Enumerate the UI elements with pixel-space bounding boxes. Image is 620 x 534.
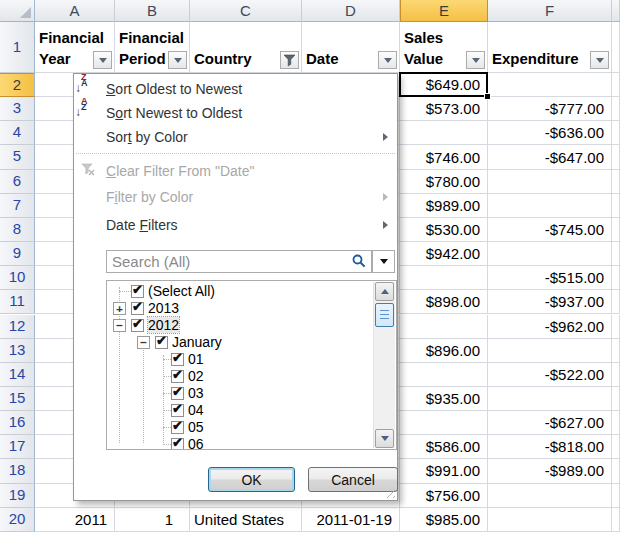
- cell-F5[interactable]: -$647.00: [488, 145, 612, 169]
- cell-g19[interactable]: [612, 484, 620, 508]
- filter-dropdown-button-E[interactable]: [466, 51, 485, 69]
- collapse-minus-icon[interactable]: −: [113, 319, 126, 332]
- filter-dropdown-button-D[interactable]: [378, 51, 397, 69]
- cell-F13[interactable]: [488, 339, 612, 363]
- row-header-4[interactable]: 4: [0, 121, 35, 145]
- expand-plus-icon[interactable]: +: [113, 302, 126, 315]
- row-header-2[interactable]: 2: [0, 73, 35, 97]
- row-header-8[interactable]: 8: [0, 218, 35, 242]
- checkbox-2013[interactable]: ✔: [131, 302, 144, 315]
- checkbox-select-all[interactable]: ✔: [131, 285, 144, 298]
- cell-g8[interactable]: [612, 218, 620, 242]
- checkbox-03[interactable]: ✔: [171, 387, 184, 400]
- tree-item-2012[interactable]: −✔2012: [107, 318, 367, 335]
- tree-item-02[interactable]: ✔02: [107, 369, 367, 386]
- row-header-14[interactable]: 14: [0, 363, 35, 387]
- cell-g5[interactable]: [612, 145, 620, 169]
- cell-F9[interactable]: [488, 242, 612, 266]
- cell-E13[interactable]: $896.00: [400, 339, 488, 363]
- cell-g6[interactable]: [612, 170, 620, 194]
- cell-F16[interactable]: -$627.00: [488, 411, 612, 435]
- cell-F20[interactable]: [488, 508, 612, 532]
- cell-g15[interactable]: [612, 387, 620, 411]
- menu-item-sort-oldest-to-newest[interactable]: AZ↓Sort Oldest to Newest: [74, 77, 397, 101]
- cell-g4[interactable]: [612, 121, 620, 145]
- select-all-corner[interactable]: [0, 0, 35, 22]
- header-cell-financial-period[interactable]: FinancialPeriod: [115, 22, 190, 73]
- cell-E15[interactable]: $935.00: [400, 387, 488, 411]
- cell-F15[interactable]: [488, 387, 612, 411]
- cell-E9[interactable]: $942.00: [400, 242, 488, 266]
- cell-E14[interactable]: [400, 363, 488, 387]
- cell-E6[interactable]: $780.00: [400, 170, 488, 194]
- cell-g2[interactable]: [612, 73, 620, 97]
- column-header-E[interactable]: E: [400, 0, 488, 22]
- column-header-B[interactable]: B: [115, 0, 190, 22]
- search-options-dropdown-button[interactable]: [372, 250, 395, 273]
- cell-F4[interactable]: -$636.00: [488, 121, 612, 145]
- tree-item-january[interactable]: −✔January: [107, 335, 367, 352]
- column-header-F[interactable]: F: [488, 0, 612, 22]
- row-header-17[interactable]: 17: [0, 435, 35, 459]
- cell-F3[interactable]: -$777.00: [488, 97, 612, 121]
- menu-item-sort-by-color[interactable]: Sort by Color: [74, 125, 397, 149]
- filter-dropdown-button-A[interactable]: [93, 51, 112, 69]
- cell-E12[interactable]: [400, 315, 488, 339]
- cell-E5[interactable]: $746.00: [400, 145, 488, 169]
- filter-applied-button-C[interactable]: [280, 51, 299, 69]
- filter-dropdown-button-B[interactable]: [168, 51, 187, 69]
- cell-E20[interactable]: $985.00: [400, 508, 488, 532]
- cell-F12[interactable]: -$962.00: [488, 315, 612, 339]
- checkbox-2012[interactable]: ✔: [131, 319, 144, 332]
- row-header-20[interactable]: 20: [0, 508, 35, 532]
- row-header-3[interactable]: 3: [0, 97, 35, 121]
- cell-g17[interactable]: [612, 435, 620, 459]
- cell-F18[interactable]: -$989.00: [488, 459, 612, 483]
- row-header-18[interactable]: 18: [0, 459, 35, 483]
- row-header-13[interactable]: 13: [0, 339, 35, 363]
- row-header-7[interactable]: 7: [0, 194, 35, 218]
- collapse-minus-icon[interactable]: −: [137, 336, 150, 349]
- cell-F14[interactable]: -$522.00: [488, 363, 612, 387]
- checkbox-06[interactable]: ✔: [171, 438, 184, 450]
- cell-F6[interactable]: [488, 170, 612, 194]
- cell-F2[interactable]: [488, 73, 612, 97]
- cell-E19[interactable]: $756.00: [400, 484, 488, 508]
- tree-item-04[interactable]: ✔04: [107, 403, 367, 420]
- scroll-up-button[interactable]: [375, 282, 394, 301]
- cell-E2[interactable]: $649.00: [400, 73, 488, 97]
- checkbox-02[interactable]: ✔: [171, 370, 184, 383]
- cell-E17[interactable]: $586.00: [400, 435, 488, 459]
- cell-F7[interactable]: [488, 194, 612, 218]
- cancel-button[interactable]: Cancel: [308, 467, 398, 492]
- header-cell-date[interactable]: Date: [302, 22, 400, 73]
- cell-F10[interactable]: -$515.00: [488, 266, 612, 290]
- cell-E3[interactable]: $573.00: [400, 97, 488, 121]
- row-header-6[interactable]: 6: [0, 170, 35, 194]
- row-header-15[interactable]: 15: [0, 387, 35, 411]
- row-header-1[interactable]: 1: [0, 22, 35, 73]
- header-cell-sales-value[interactable]: SalesValue: [400, 22, 488, 73]
- cell-E8[interactable]: $530.00: [400, 218, 488, 242]
- cell-A20[interactable]: 2011: [35, 508, 115, 532]
- cell-E18[interactable]: $991.00: [400, 459, 488, 483]
- row-header-16[interactable]: 16: [0, 411, 35, 435]
- menu-item-date-filters[interactable]: Date Filters: [74, 211, 397, 239]
- column-header-D[interactable]: D: [302, 0, 400, 22]
- cell-E11[interactable]: $898.00: [400, 290, 488, 314]
- cell-F8[interactable]: -$745.00: [488, 218, 612, 242]
- checkbox-05[interactable]: ✔: [171, 421, 184, 434]
- filter-dropdown-button-F[interactable]: [590, 51, 609, 69]
- row-header-10[interactable]: 10: [0, 266, 35, 290]
- tree-item-2013[interactable]: +✔2013: [107, 301, 367, 318]
- cell-E4[interactable]: [400, 121, 488, 145]
- header-cell-country[interactable]: Country: [190, 22, 302, 73]
- cell-B20[interactable]: 1: [115, 508, 190, 532]
- tree-item-06[interactable]: ✔06: [107, 437, 367, 450]
- scroll-down-button[interactable]: [375, 429, 394, 448]
- checkbox-01[interactable]: ✔: [171, 353, 184, 366]
- checkbox-january[interactable]: ✔: [155, 336, 168, 349]
- cell-g12[interactable]: [612, 315, 620, 339]
- cell-F19[interactable]: [488, 484, 612, 508]
- tree-item-01[interactable]: ✔01: [107, 352, 367, 369]
